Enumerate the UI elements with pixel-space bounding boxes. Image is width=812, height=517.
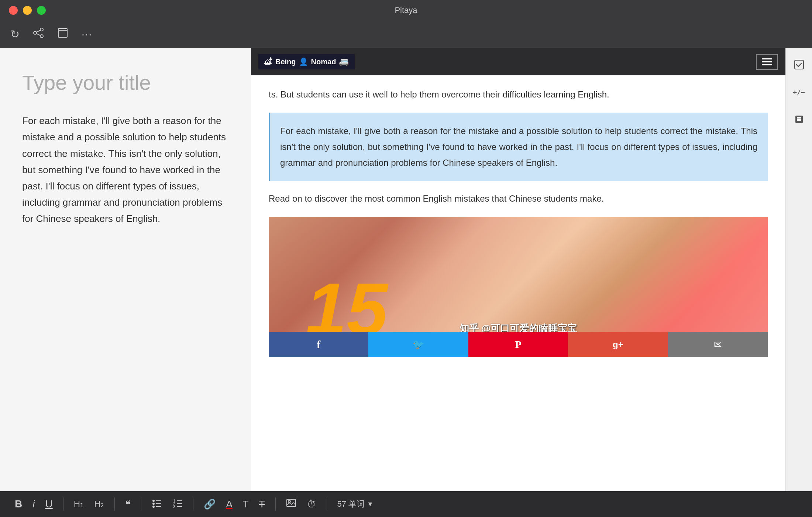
divider-3	[141, 497, 141, 511]
logo-nomad: Nomad	[311, 58, 336, 66]
svg-rect-9	[797, 119, 801, 121]
word-count-value: 57 单词	[337, 499, 365, 510]
logo-van-icon: 🚐	[339, 57, 349, 66]
hamburger-line-2	[762, 61, 772, 62]
article-read-on-text: Read on to discover the most common Engl…	[269, 191, 768, 206]
svg-text:3.: 3.	[173, 504, 176, 508]
code-toggle-icon[interactable]: +/−	[790, 83, 808, 101]
article-content: ts. But students can use it well to help…	[251, 75, 785, 491]
fullscreen-icon[interactable]	[57, 27, 68, 41]
word-count-display[interactable]: 57 单词 ▼	[337, 499, 374, 510]
facebook-icon: f	[317, 338, 320, 351]
svg-point-2	[40, 35, 43, 38]
email-share-button[interactable]: ✉	[668, 332, 768, 357]
editor-body-text[interactable]: For each mistake, I'll give both a reaso…	[22, 113, 229, 227]
hamburger-line-3	[762, 64, 772, 65]
text-format-button[interactable]: T	[243, 499, 249, 510]
article-highlighted-text[interactable]: For each mistake, I'll give both a reaso…	[269, 113, 768, 181]
divider-1	[63, 497, 63, 511]
svg-point-23	[288, 500, 290, 503]
underline-button[interactable]: U	[45, 498, 52, 510]
browser-logo-area: 🏕 Being 👤 Nomad 🚐	[258, 54, 355, 69]
hamburger-menu[interactable]	[756, 54, 778, 70]
refresh-icon[interactable]: ↻	[10, 28, 20, 41]
svg-rect-6	[795, 60, 804, 69]
browser-toolbar: 🏕 Being 👤 Nomad 🚐	[251, 48, 785, 75]
pinterest-icon: P	[515, 339, 521, 350]
quote-button[interactable]: ❝	[125, 498, 131, 510]
logo-being: Being	[275, 58, 296, 66]
strikethrough-button[interactable]: T	[259, 499, 265, 510]
app-title: Pitaya	[395, 6, 417, 15]
svg-point-1	[40, 28, 43, 31]
svg-point-12	[152, 503, 155, 505]
close-button[interactable]	[9, 6, 18, 15]
svg-rect-22	[287, 499, 296, 507]
text-color-button[interactable]: A	[226, 499, 232, 510]
divider-5	[275, 497, 276, 511]
svg-point-10	[152, 500, 155, 502]
divider-4	[193, 497, 193, 511]
word-count-dropdown-arrow[interactable]: ▼	[367, 500, 374, 508]
facebook-share-button[interactable]: f	[269, 332, 368, 357]
check-icon[interactable]	[790, 55, 808, 74]
format-bar: B i U H₁ H₂ ❝ 1. 2. 3. 🔗 A T T	[0, 491, 812, 517]
googleplus-icon: g+	[613, 339, 623, 350]
social-share-bar: f 🐦 P g+ ✉	[269, 332, 768, 357]
ul-button[interactable]	[152, 498, 162, 511]
hamburger-line-1	[762, 58, 772, 59]
twitter-icon: 🐦	[413, 339, 424, 350]
svg-rect-5	[58, 28, 67, 37]
googleplus-share-button[interactable]: g+	[568, 332, 668, 357]
traffic-lights	[9, 6, 46, 15]
toolbar: ↻ ···	[0, 21, 812, 48]
logo-icon: 🏕	[264, 57, 272, 66]
svg-rect-8	[797, 117, 801, 119]
share-icon[interactable]	[33, 27, 44, 41]
twitter-share-button[interactable]: 🐦	[368, 332, 468, 357]
minimize-button[interactable]	[23, 6, 32, 15]
stack-icon[interactable]	[790, 110, 808, 129]
svg-point-0	[34, 31, 37, 34]
right-sidebar: +/−	[785, 48, 812, 491]
browser-panel: 🏕 Being 👤 Nomad 🚐 ts. But students can u…	[251, 48, 785, 491]
bold-button[interactable]: B	[15, 498, 22, 510]
title-bar: Pitaya	[0, 0, 812, 21]
image-button[interactable]	[286, 498, 296, 511]
ol-button[interactable]: 1. 2. 3.	[172, 498, 183, 511]
link-button[interactable]: 🔗	[204, 499, 216, 510]
svg-line-3	[37, 30, 40, 32]
email-icon: ✉	[714, 339, 722, 350]
article-intro-text: ts. But students can use it well to help…	[269, 87, 768, 102]
divider-2	[114, 497, 115, 511]
h2-button[interactable]: H₂	[94, 499, 104, 509]
svg-line-4	[37, 34, 40, 35]
editor-panel: Type your title For each mistake, I'll g…	[0, 48, 251, 491]
article-image: 15 知乎 @可口可爱的瞌睡宝宝 f 🐦 P g+	[269, 217, 768, 357]
logo-person: 👤	[299, 57, 308, 66]
main-area: Type your title For each mistake, I'll g…	[0, 48, 812, 491]
pinterest-share-button[interactable]: P	[468, 332, 568, 357]
h1-button[interactable]: H₁	[74, 499, 84, 509]
timer-button[interactable]: ⏱	[307, 499, 316, 510]
divider-6	[327, 497, 327, 511]
editor-title-placeholder[interactable]: Type your title	[22, 70, 229, 95]
svg-point-14	[152, 506, 155, 508]
more-icon[interactable]: ···	[82, 28, 92, 40]
maximize-button[interactable]	[37, 6, 46, 15]
italic-button[interactable]: i	[32, 498, 35, 510]
